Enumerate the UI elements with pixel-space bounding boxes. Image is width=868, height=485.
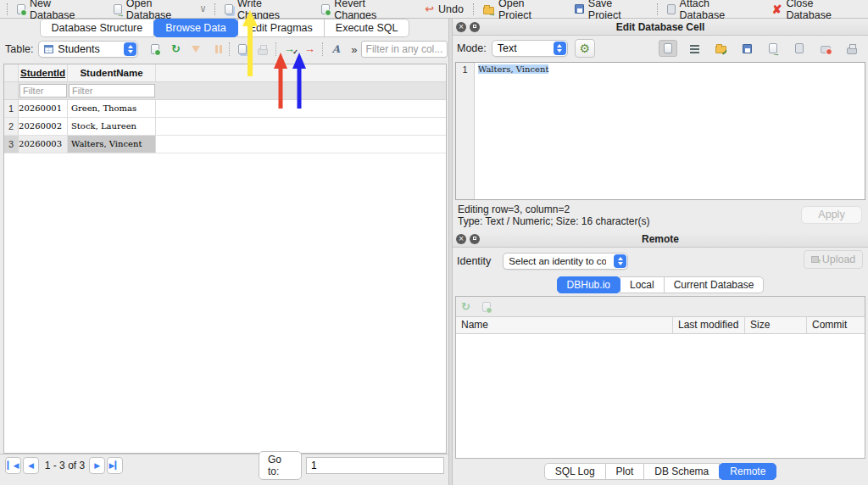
mode-dropdown[interactable]: Text bbox=[492, 40, 568, 57]
open-in-external-button[interactable] bbox=[790, 40, 809, 57]
tab-dbhub[interactable]: DBHub.io bbox=[557, 276, 620, 293]
cell-studentid[interactable]: 20260001 bbox=[19, 100, 68, 117]
tab-browse-data[interactable]: Browse Data bbox=[153, 19, 238, 37]
revert-changes-label: Revert Changes bbox=[334, 0, 409, 21]
goto-input[interactable] bbox=[306, 457, 444, 474]
cell-studentid[interactable]: 20260003 bbox=[19, 136, 68, 153]
goto-button[interactable]: Go to: bbox=[259, 451, 302, 480]
toolbar-separator bbox=[657, 3, 658, 15]
close-dock-icon[interactable]: × bbox=[456, 234, 466, 244]
toolbar-separator bbox=[473, 3, 474, 15]
close-database-button[interactable]: ✘ Close Database bbox=[765, 0, 868, 19]
tab-execute-sql[interactable]: Execute SQL bbox=[324, 19, 410, 37]
column-header-studentid[interactable]: StudentId bbox=[19, 64, 68, 81]
open-project-button[interactable]: Open Project bbox=[476, 0, 567, 19]
apply-cell-button[interactable]: → bbox=[279, 41, 299, 58]
apply-button[interactable]: Apply bbox=[801, 206, 862, 224]
close-dock-icon[interactable]: × bbox=[456, 22, 466, 32]
filter-studentid-input[interactable] bbox=[19, 84, 67, 98]
print-button[interactable] bbox=[253, 41, 273, 58]
remote-toolbar: ↻ bbox=[456, 297, 865, 317]
toolbar-separator bbox=[322, 42, 323, 56]
table-selector-dropdown[interactable]: Students bbox=[38, 41, 138, 58]
text-view-button[interactable] bbox=[659, 40, 677, 57]
line-number: 1 bbox=[456, 63, 475, 199]
table-row-selected[interactable]: 3 20260003 Walters, Vincent bbox=[4, 136, 446, 153]
remote-refresh-icon[interactable]: ↻ bbox=[461, 302, 470, 312]
record-navigation-bar: ▎◀ ◀ 1 - 3 of 3 ▶ ▶▎ Go to: bbox=[0, 454, 449, 477]
tab-plot[interactable]: Plot bbox=[605, 463, 645, 480]
float-dock-icon[interactable] bbox=[470, 22, 480, 32]
table-row[interactable]: 2 20260002 Stock, Laureen bbox=[4, 118, 446, 136]
undo-label: Undo bbox=[438, 3, 464, 15]
cancel-cell-button[interactable]: → bbox=[299, 41, 320, 58]
tab-sql-log[interactable]: SQL Log bbox=[544, 463, 606, 480]
export-file-button[interactable] bbox=[737, 40, 756, 57]
filter-any-column-input[interactable] bbox=[361, 41, 448, 58]
cell-studentname[interactable]: Stock, Laureen bbox=[68, 118, 156, 135]
row-number: 3 bbox=[4, 136, 19, 153]
column-header-last-modified[interactable]: Last modified bbox=[673, 317, 745, 333]
tab-db-schema[interactable]: DB Schema bbox=[643, 463, 720, 480]
printer-icon bbox=[847, 47, 857, 54]
column-visibility-button[interactable] bbox=[206, 41, 226, 58]
mode-label: Mode: bbox=[457, 42, 487, 54]
clear-filters-icon bbox=[192, 46, 200, 53]
write-changes-button[interactable]: Write Changes bbox=[217, 0, 314, 19]
import-file-button[interactable] bbox=[711, 40, 730, 57]
table-row[interactable]: 1 20260001 Green, Thomas bbox=[4, 100, 446, 118]
float-dock-icon[interactable] bbox=[470, 234, 480, 244]
save-project-button[interactable]: Save Project bbox=[567, 0, 655, 19]
revert-changes-button[interactable]: Revert Changes bbox=[314, 0, 417, 19]
cell-editor-content[interactable]: Walters, Vincent bbox=[478, 64, 548, 74]
refresh-button[interactable]: ↻ bbox=[165, 41, 186, 58]
toolbar-overflow-button[interactable]: » bbox=[351, 43, 357, 56]
tab-current-database[interactable]: Current Database bbox=[664, 276, 765, 293]
previous-record-button[interactable]: ◀ bbox=[23, 457, 39, 474]
save-record-icon bbox=[238, 44, 247, 54]
upload-button[interactable]: Upload bbox=[804, 250, 863, 269]
font-button[interactable]: A bbox=[326, 41, 346, 58]
cell-editor[interactable]: 1 Walters, Vincent bbox=[455, 62, 865, 200]
last-record-button[interactable]: ▶▎ bbox=[107, 457, 123, 474]
next-record-button[interactable]: ▶ bbox=[89, 457, 105, 474]
remote-list-header: Name Last modified Size Commit bbox=[456, 317, 865, 334]
toolbar-separator bbox=[229, 42, 230, 56]
undo-button[interactable]: ↩ Undo bbox=[417, 0, 471, 19]
print-icon bbox=[258, 48, 268, 55]
column-header-name[interactable]: Name bbox=[456, 317, 673, 333]
remote-download-icon[interactable] bbox=[482, 302, 491, 312]
auto-switch-mode-button[interactable]: ⚙ bbox=[575, 39, 595, 58]
filter-gutter bbox=[4, 82, 19, 99]
tab-local[interactable]: Local bbox=[620, 276, 665, 293]
open-in-app-button[interactable] bbox=[764, 40, 782, 57]
first-record-button[interactable]: ▎◀ bbox=[5, 457, 21, 474]
attach-database-icon bbox=[667, 4, 676, 14]
new-record-button[interactable] bbox=[145, 41, 165, 58]
new-database-button[interactable]: New Database bbox=[9, 0, 106, 19]
set-null-button[interactable] bbox=[816, 40, 835, 57]
edit-cell-titlebar: Edit Database Cell × bbox=[453, 19, 868, 36]
column-header-commit[interactable]: Commit bbox=[807, 317, 865, 333]
cell-studentname[interactable]: Green, Thomas bbox=[68, 100, 156, 117]
print-cell-button[interactable] bbox=[843, 40, 861, 57]
cell-studentid[interactable]: 20260002 bbox=[19, 118, 68, 135]
identity-dropdown[interactable]: Select an identity to connect bbox=[503, 253, 628, 270]
chevron-down-icon[interactable]: \/ bbox=[201, 5, 205, 14]
save-record-button[interactable] bbox=[232, 41, 253, 58]
cell-studentname-selected[interactable]: Walters, Vincent bbox=[68, 136, 156, 153]
column-header-studentname[interactable]: StudentName bbox=[68, 64, 156, 81]
open-database-button[interactable]: Open Database \/ bbox=[106, 0, 213, 19]
bottom-dock-tab-bar: SQL Log Plot DB Schema Remote bbox=[453, 463, 868, 480]
tab-database-structure[interactable]: Database Structure bbox=[40, 19, 155, 37]
filter-studentname-input[interactable] bbox=[69, 84, 155, 98]
tab-edit-pragmas[interactable]: Edit Pragmas bbox=[237, 19, 325, 37]
tab-remote[interactable]: Remote bbox=[719, 463, 776, 480]
attach-database-button[interactable]: Attach Database bbox=[659, 0, 765, 19]
open-project-label: Open Project bbox=[498, 0, 559, 21]
word-wrap-button[interactable] bbox=[685, 40, 704, 57]
open-database-label: Open Database bbox=[126, 0, 199, 21]
column-header-size[interactable]: Size bbox=[745, 317, 807, 333]
clear-filters-button[interactable] bbox=[186, 41, 206, 58]
toolbar-separator bbox=[275, 42, 276, 56]
